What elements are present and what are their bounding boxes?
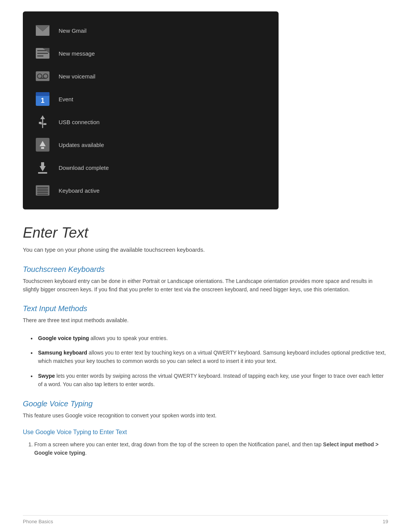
page-container: New Gmail New message bbox=[0, 0, 411, 491]
updates-icon bbox=[34, 136, 51, 153]
google-voice-steps: From a screen where you can enter text, … bbox=[30, 440, 388, 457]
touchscreen-section: Touchscreen Keyboards Touchscreen keyboa… bbox=[23, 265, 388, 294]
gmail-icon bbox=[34, 22, 51, 39]
step-1-bold: Select input method > Google voice typin… bbox=[34, 441, 379, 456]
intro-paragraph: You can type on your phone using the ava… bbox=[23, 246, 388, 254]
message-icon bbox=[34, 45, 51, 62]
page-title: Enter Text bbox=[23, 225, 388, 241]
page-footer: Phone Basics 19 bbox=[23, 515, 388, 524]
google-voice-title: Google Voice Typing bbox=[23, 399, 388, 408]
bullet-text-swype: lets you enter words by swiping across t… bbox=[38, 373, 384, 387]
svg-rect-25 bbox=[41, 162, 44, 167]
notif-label-voicemail: New voicemail bbox=[59, 73, 96, 80]
touchscreen-title: Touchscreen Keyboards bbox=[23, 265, 388, 274]
notif-row-gmail: New Gmail bbox=[34, 19, 267, 42]
google-voice-subsection-title[interactable]: Use Google Voice Typing to Enter Text bbox=[23, 429, 388, 436]
svg-rect-23 bbox=[41, 147, 44, 149]
touchscreen-body: Touchscreen keyboard entry can be done i… bbox=[23, 277, 388, 294]
bullet-google-voice: Google voice typing allows you to speak … bbox=[30, 334, 388, 342]
svg-text:1: 1 bbox=[41, 97, 45, 104]
notif-row-updates: Updates available bbox=[34, 133, 267, 156]
bullet-term-samsung: Samsung keyboard bbox=[38, 350, 87, 356]
text-input-bullets: Google voice typing allows you to speak … bbox=[30, 334, 388, 389]
svg-rect-31 bbox=[37, 192, 48, 193]
notification-table: New Gmail New message bbox=[23, 11, 279, 209]
notif-row-voicemail: New voicemail bbox=[34, 65, 267, 88]
svg-rect-26 bbox=[38, 172, 47, 174]
footer-left: Phone Basics bbox=[23, 519, 53, 524]
notif-label-download: Download complete bbox=[59, 165, 109, 171]
notif-label-message: New message bbox=[59, 50, 95, 57]
text-input-title: Text Input Methods bbox=[23, 304, 388, 313]
notif-row-usb: USB connection bbox=[34, 110, 267, 133]
notif-label-event: Event bbox=[59, 96, 73, 102]
notif-label-updates: Updates available bbox=[59, 142, 104, 148]
download-icon bbox=[34, 159, 51, 176]
bullet-samsung-keyboard: Samsung keyboard allows you to enter tex… bbox=[30, 348, 388, 366]
step-1: From a screen where you can enter text, … bbox=[34, 440, 388, 457]
svg-rect-11 bbox=[40, 78, 45, 79]
svg-rect-8 bbox=[36, 71, 49, 81]
usb-icon bbox=[34, 113, 51, 130]
svg-marker-24 bbox=[40, 166, 46, 171]
svg-rect-30 bbox=[37, 190, 48, 191]
notif-label-keyboard: Keyboard active bbox=[59, 187, 100, 194]
google-voice-section: Google Voice Typing This feature uses Go… bbox=[23, 399, 388, 457]
notif-row-message: New message bbox=[34, 42, 267, 65]
footer-right: 19 bbox=[383, 519, 388, 524]
bullet-term-swype: Swype bbox=[38, 373, 55, 379]
svg-rect-32 bbox=[37, 194, 48, 195]
keyboard-icon bbox=[34, 182, 51, 199]
bullet-text-google-voice: allows you to speak your entries. bbox=[89, 335, 168, 341]
voicemail-icon bbox=[34, 68, 51, 85]
bullet-swype: Swype lets you enter words by swiping ac… bbox=[30, 372, 388, 389]
text-input-section: Text Input Methods There are three text … bbox=[23, 304, 388, 388]
notif-row-download: Download complete bbox=[34, 156, 267, 179]
google-voice-intro: This feature uses Google voice recogniti… bbox=[23, 411, 388, 420]
text-input-intro: There are three text input methods avail… bbox=[23, 316, 388, 324]
notif-label-gmail: New Gmail bbox=[59, 27, 86, 34]
svg-rect-29 bbox=[37, 189, 48, 190]
bullet-text-samsung: allows you to enter text by touching key… bbox=[38, 350, 386, 364]
svg-marker-16 bbox=[40, 116, 45, 119]
notif-row-keyboard: Keyboard active bbox=[34, 179, 267, 202]
svg-rect-28 bbox=[37, 187, 48, 188]
event-icon: 1 bbox=[34, 91, 51, 107]
bullet-term-google-voice: Google voice typing bbox=[38, 335, 89, 341]
notif-label-usb: USB connection bbox=[59, 119, 100, 125]
notif-row-event: 1 Event bbox=[34, 88, 267, 110]
svg-rect-13 bbox=[36, 92, 49, 96]
